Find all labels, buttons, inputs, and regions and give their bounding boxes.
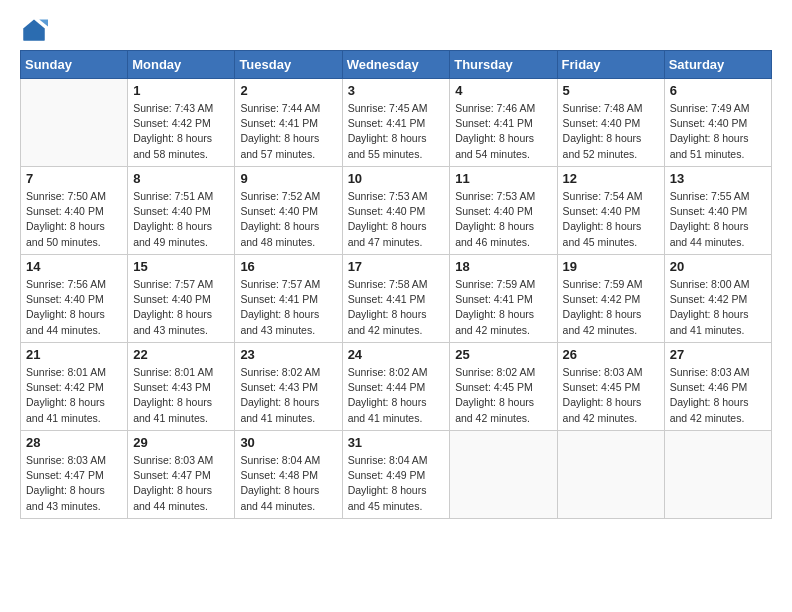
day-info: Sunrise: 7:44 AMSunset: 4:41 PMDaylight:… xyxy=(240,101,336,162)
calendar: SundayMondayTuesdayWednesdayThursdayFrid… xyxy=(20,50,772,519)
calendar-cell: 5Sunrise: 7:48 AMSunset: 4:40 PMDaylight… xyxy=(557,79,664,167)
calendar-cell: 22Sunrise: 8:01 AMSunset: 4:43 PMDayligh… xyxy=(128,343,235,431)
day-info: Sunrise: 7:45 AMSunset: 4:41 PMDaylight:… xyxy=(348,101,445,162)
calendar-cell: 23Sunrise: 8:02 AMSunset: 4:43 PMDayligh… xyxy=(235,343,342,431)
svg-rect-2 xyxy=(24,28,45,40)
day-info: Sunrise: 7:57 AMSunset: 4:41 PMDaylight:… xyxy=(240,277,336,338)
week-row: 21Sunrise: 8:01 AMSunset: 4:42 PMDayligh… xyxy=(21,343,772,431)
calendar-cell: 24Sunrise: 8:02 AMSunset: 4:44 PMDayligh… xyxy=(342,343,450,431)
day-number: 17 xyxy=(348,259,445,274)
logo-icon xyxy=(20,16,48,44)
day-info: Sunrise: 7:57 AMSunset: 4:40 PMDaylight:… xyxy=(133,277,229,338)
calendar-cell: 1Sunrise: 7:43 AMSunset: 4:42 PMDaylight… xyxy=(128,79,235,167)
day-number: 11 xyxy=(455,171,551,186)
day-number: 16 xyxy=(240,259,336,274)
calendar-cell: 27Sunrise: 8:03 AMSunset: 4:46 PMDayligh… xyxy=(664,343,771,431)
calendar-cell: 20Sunrise: 8:00 AMSunset: 4:42 PMDayligh… xyxy=(664,255,771,343)
calendar-cell: 15Sunrise: 7:57 AMSunset: 4:40 PMDayligh… xyxy=(128,255,235,343)
day-number: 7 xyxy=(26,171,122,186)
logo xyxy=(20,16,52,44)
day-info: Sunrise: 7:59 AMSunset: 4:42 PMDaylight:… xyxy=(563,277,659,338)
day-info: Sunrise: 7:49 AMSunset: 4:40 PMDaylight:… xyxy=(670,101,766,162)
calendar-cell: 11Sunrise: 7:53 AMSunset: 4:40 PMDayligh… xyxy=(450,167,557,255)
day-number: 1 xyxy=(133,83,229,98)
day-number: 5 xyxy=(563,83,659,98)
calendar-cell: 17Sunrise: 7:58 AMSunset: 4:41 PMDayligh… xyxy=(342,255,450,343)
calendar-cell xyxy=(557,431,664,519)
day-of-week-friday: Friday xyxy=(557,51,664,79)
day-number: 4 xyxy=(455,83,551,98)
calendar-cell xyxy=(450,431,557,519)
day-number: 12 xyxy=(563,171,659,186)
day-info: Sunrise: 7:43 AMSunset: 4:42 PMDaylight:… xyxy=(133,101,229,162)
calendar-cell: 26Sunrise: 8:03 AMSunset: 4:45 PMDayligh… xyxy=(557,343,664,431)
day-number: 19 xyxy=(563,259,659,274)
day-number: 18 xyxy=(455,259,551,274)
day-number: 22 xyxy=(133,347,229,362)
day-number: 21 xyxy=(26,347,122,362)
day-number: 13 xyxy=(670,171,766,186)
calendar-body: 1Sunrise: 7:43 AMSunset: 4:42 PMDaylight… xyxy=(21,79,772,519)
calendar-cell: 6Sunrise: 7:49 AMSunset: 4:40 PMDaylight… xyxy=(664,79,771,167)
calendar-cell: 2Sunrise: 7:44 AMSunset: 4:41 PMDaylight… xyxy=(235,79,342,167)
day-of-week-monday: Monday xyxy=(128,51,235,79)
day-number: 10 xyxy=(348,171,445,186)
day-number: 23 xyxy=(240,347,336,362)
day-number: 6 xyxy=(670,83,766,98)
day-number: 25 xyxy=(455,347,551,362)
day-info: Sunrise: 7:50 AMSunset: 4:40 PMDaylight:… xyxy=(26,189,122,250)
calendar-cell: 10Sunrise: 7:53 AMSunset: 4:40 PMDayligh… xyxy=(342,167,450,255)
calendar-cell: 12Sunrise: 7:54 AMSunset: 4:40 PMDayligh… xyxy=(557,167,664,255)
day-info: Sunrise: 7:53 AMSunset: 4:40 PMDaylight:… xyxy=(455,189,551,250)
day-number: 30 xyxy=(240,435,336,450)
day-info: Sunrise: 7:51 AMSunset: 4:40 PMDaylight:… xyxy=(133,189,229,250)
day-info: Sunrise: 8:01 AMSunset: 4:43 PMDaylight:… xyxy=(133,365,229,426)
week-row: 1Sunrise: 7:43 AMSunset: 4:42 PMDaylight… xyxy=(21,79,772,167)
day-number: 3 xyxy=(348,83,445,98)
day-number: 14 xyxy=(26,259,122,274)
day-info: Sunrise: 7:46 AMSunset: 4:41 PMDaylight:… xyxy=(455,101,551,162)
calendar-cell: 7Sunrise: 7:50 AMSunset: 4:40 PMDaylight… xyxy=(21,167,128,255)
day-info: Sunrise: 8:00 AMSunset: 4:42 PMDaylight:… xyxy=(670,277,766,338)
day-info: Sunrise: 8:02 AMSunset: 4:45 PMDaylight:… xyxy=(455,365,551,426)
calendar-cell xyxy=(664,431,771,519)
week-row: 14Sunrise: 7:56 AMSunset: 4:40 PMDayligh… xyxy=(21,255,772,343)
day-info: Sunrise: 7:59 AMSunset: 4:41 PMDaylight:… xyxy=(455,277,551,338)
day-of-week-sunday: Sunday xyxy=(21,51,128,79)
day-number: 20 xyxy=(670,259,766,274)
day-info: Sunrise: 8:03 AMSunset: 4:47 PMDaylight:… xyxy=(26,453,122,514)
day-number: 24 xyxy=(348,347,445,362)
calendar-cell: 14Sunrise: 7:56 AMSunset: 4:40 PMDayligh… xyxy=(21,255,128,343)
day-of-week-saturday: Saturday xyxy=(664,51,771,79)
day-info: Sunrise: 8:01 AMSunset: 4:42 PMDaylight:… xyxy=(26,365,122,426)
calendar-cell: 9Sunrise: 7:52 AMSunset: 4:40 PMDaylight… xyxy=(235,167,342,255)
calendar-cell: 3Sunrise: 7:45 AMSunset: 4:41 PMDaylight… xyxy=(342,79,450,167)
calendar-cell: 18Sunrise: 7:59 AMSunset: 4:41 PMDayligh… xyxy=(450,255,557,343)
calendar-cell: 31Sunrise: 8:04 AMSunset: 4:49 PMDayligh… xyxy=(342,431,450,519)
day-number: 2 xyxy=(240,83,336,98)
day-info: Sunrise: 8:02 AMSunset: 4:44 PMDaylight:… xyxy=(348,365,445,426)
day-number: 8 xyxy=(133,171,229,186)
calendar-cell: 16Sunrise: 7:57 AMSunset: 4:41 PMDayligh… xyxy=(235,255,342,343)
day-number: 9 xyxy=(240,171,336,186)
day-of-week-tuesday: Tuesday xyxy=(235,51,342,79)
calendar-cell: 29Sunrise: 8:03 AMSunset: 4:47 PMDayligh… xyxy=(128,431,235,519)
week-row: 28Sunrise: 8:03 AMSunset: 4:47 PMDayligh… xyxy=(21,431,772,519)
calendar-cell: 21Sunrise: 8:01 AMSunset: 4:42 PMDayligh… xyxy=(21,343,128,431)
day-number: 26 xyxy=(563,347,659,362)
calendar-cell: 25Sunrise: 8:02 AMSunset: 4:45 PMDayligh… xyxy=(450,343,557,431)
day-info: Sunrise: 8:04 AMSunset: 4:48 PMDaylight:… xyxy=(240,453,336,514)
calendar-cell: 13Sunrise: 7:55 AMSunset: 4:40 PMDayligh… xyxy=(664,167,771,255)
day-of-week-thursday: Thursday xyxy=(450,51,557,79)
day-info: Sunrise: 8:04 AMSunset: 4:49 PMDaylight:… xyxy=(348,453,445,514)
day-info: Sunrise: 8:03 AMSunset: 4:47 PMDaylight:… xyxy=(133,453,229,514)
day-number: 31 xyxy=(348,435,445,450)
day-info: Sunrise: 7:56 AMSunset: 4:40 PMDaylight:… xyxy=(26,277,122,338)
calendar-cell: 30Sunrise: 8:04 AMSunset: 4:48 PMDayligh… xyxy=(235,431,342,519)
calendar-cell: 8Sunrise: 7:51 AMSunset: 4:40 PMDaylight… xyxy=(128,167,235,255)
calendar-cell: 4Sunrise: 7:46 AMSunset: 4:41 PMDaylight… xyxy=(450,79,557,167)
calendar-cell xyxy=(21,79,128,167)
day-of-week-wednesday: Wednesday xyxy=(342,51,450,79)
page-header xyxy=(20,16,772,44)
day-info: Sunrise: 7:52 AMSunset: 4:40 PMDaylight:… xyxy=(240,189,336,250)
